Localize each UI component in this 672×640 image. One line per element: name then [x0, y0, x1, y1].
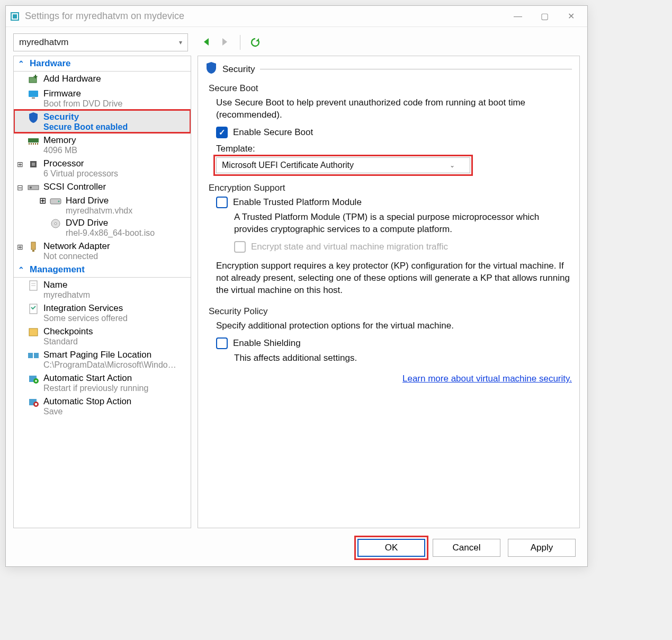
svg-rect-7 — [28, 138, 39, 143]
encrypt-state-label: Encrypt state and virtual machine migrat… — [251, 242, 448, 252]
svg-rect-8 — [29, 143, 30, 145]
chevron-down-icon: ⌄ — [450, 162, 455, 169]
shielding-note: This affects additional settings. — [234, 352, 572, 365]
enable-shielding-label: Enable Shielding — [233, 338, 301, 349]
svg-rect-1 — [13, 14, 17, 19]
template-combobox[interactable]: Microsoft UEFI Certificate Authority ⌄ — [216, 157, 470, 173]
svg-point-16 — [30, 186, 32, 189]
sidebar-item-dvd-drive[interactable]: DVD Drive rhel-9.4x86_64-boot.iso — [14, 217, 191, 239]
disc-icon — [50, 218, 61, 229]
section-label: Management — [30, 264, 85, 275]
group-secure-boot: Secure Boot Use Secure Boot to help prev… — [209, 83, 572, 173]
svg-rect-6 — [32, 97, 35, 99]
divider — [260, 69, 572, 69]
tpm-desc: A Trusted Platform Module (TPM) is a spe… — [234, 211, 572, 236]
group-policy: Security Policy Specify additional prote… — [209, 306, 572, 365]
maximize-button[interactable]: ▢ — [539, 11, 550, 22]
sidebar-item-paging[interactable]: Smart Paging File Location C:\ProgramDat… — [14, 348, 191, 371]
separator — [240, 35, 240, 50]
panel-title-row: Security — [205, 61, 572, 77]
svg-rect-21 — [31, 242, 35, 250]
group-title: Secure Boot — [209, 83, 572, 94]
nav-buttons — [202, 35, 261, 50]
network-icon — [28, 241, 39, 253]
svg-rect-12 — [37, 143, 38, 145]
sidebar-item-name[interactable]: Name myredhatvm — [14, 278, 191, 301]
sidebar-item-checkpoints[interactable]: Checkpoints Standard — [14, 324, 191, 348]
svg-rect-22 — [32, 250, 34, 252]
group-title: Security Policy — [209, 306, 572, 317]
group-encryption: Encryption Support Enable Trusted Platfo… — [209, 183, 572, 297]
sidebar-item-add-hardware[interactable]: Add Hardware — [14, 72, 191, 86]
svg-rect-28 — [28, 353, 33, 358]
policy-desc: Specify additional protection options fo… — [216, 320, 572, 332]
sidebar-item-hard-drive[interactable]: ⊞ Hard Drive myredhatvm.vhdx — [14, 194, 191, 217]
svg-point-18 — [58, 201, 60, 202]
ok-button[interactable]: OK — [357, 539, 425, 557]
sidebar-item-memory[interactable]: Memory 4096 MB — [14, 133, 191, 156]
enable-tpm-label: Enable Trusted Platform Module — [233, 197, 362, 208]
apply-button[interactable]: Apply — [508, 539, 576, 557]
paging-icon — [28, 350, 39, 361]
titlebar: Settings for myredhatvm on mydevice — ▢ … — [6, 6, 587, 27]
learn-more-link[interactable]: Learn more about virtual machine securit… — [205, 374, 572, 384]
app-icon — [10, 11, 21, 22]
expand-icon[interactable]: ⊞ — [17, 160, 23, 168]
detail-panel: Security Secure Boot Use Secure Boot to … — [198, 56, 580, 528]
toolbar: myredhatvm ▾ — [13, 33, 580, 51]
enable-tpm-row[interactable]: Enable Trusted Platform Module — [216, 197, 572, 208]
svg-rect-11 — [35, 143, 36, 145]
svg-rect-5 — [29, 91, 38, 97]
monitor-icon — [28, 88, 39, 100]
enable-shielding-checkbox[interactable] — [216, 337, 228, 349]
shield-icon — [205, 61, 217, 77]
cancel-button[interactable]: Cancel — [433, 539, 500, 557]
group-title: Encryption Support — [209, 183, 572, 193]
minimize-button[interactable]: — — [512, 11, 524, 22]
secure-boot-desc: Use Secure Boot to help prevent unauthor… — [216, 97, 572, 121]
vm-selector[interactable]: myredhatvm ▾ — [13, 33, 188, 51]
close-button[interactable]: ✕ — [565, 11, 577, 22]
refresh-button[interactable] — [250, 37, 261, 48]
sidebar-item-scsi[interactable]: ⊟ SCSI Controller — [14, 180, 191, 194]
sidebar-item-autostart[interactable]: Automatic Start Action Restart if previo… — [14, 371, 191, 394]
section-label: Hardware — [30, 58, 70, 69]
sidebar-item-integration[interactable]: Integration Services Some services offer… — [14, 301, 191, 324]
enable-secure-boot-checkbox[interactable] — [216, 127, 228, 138]
svg-rect-34 — [35, 403, 37, 405]
settings-window: Settings for myredhatvm on mydevice — ▢ … — [5, 5, 588, 567]
template-value: Microsoft UEFI Certificate Authority — [222, 161, 354, 170]
cpu-icon — [28, 158, 39, 170]
enable-shielding-row[interactable]: Enable Shielding — [216, 337, 572, 349]
collapse-icon: ⌃ — [18, 59, 25, 68]
expand-icon[interactable]: ⊞ — [39, 195, 46, 206]
svg-rect-27 — [29, 328, 38, 336]
section-management[interactable]: ⌃ Management — [14, 262, 191, 278]
nav-back-button[interactable] — [202, 37, 212, 48]
collapse-icon[interactable]: ⊟ — [17, 183, 23, 192]
sidebar-item-autostop[interactable]: Automatic Stop Action Save — [14, 394, 191, 417]
checkpoint-icon — [28, 326, 39, 338]
sidebar-item-network[interactable]: ⊞ Network Adapter Not connected — [14, 239, 191, 262]
sidebar-item-processor[interactable]: ⊞ Processor 6 Virtual processors — [14, 156, 191, 180]
expand-icon[interactable]: ⊞ — [17, 243, 23, 251]
enable-tpm-checkbox[interactable] — [216, 197, 228, 208]
encrypt-state-checkbox — [234, 241, 246, 253]
main-row: ⌃ Hardware Add Hardware Fir — [13, 56, 580, 528]
memory-icon — [28, 135, 39, 147]
svg-rect-4 — [34, 76, 38, 77]
hdd-icon — [50, 195, 61, 207]
template-label: Template: — [216, 144, 572, 154]
encrypt-state-row: Encrypt state and virtual machine migrat… — [234, 241, 572, 253]
sidebar-item-security[interactable]: Security Secure Boot enabled — [14, 110, 191, 133]
shield-icon — [28, 112, 39, 123]
nav-forward-button[interactable] — [220, 37, 230, 48]
enable-secure-boot-row[interactable]: Enable Secure Boot — [216, 127, 572, 138]
encryption-note: Encryption support requires a key protec… — [216, 260, 572, 297]
name-icon — [28, 280, 39, 291]
sidebar[interactable]: ⌃ Hardware Add Hardware Fir — [13, 56, 191, 528]
sidebar-item-firmware[interactable]: Firmware Boot from DVD Drive — [14, 86, 191, 110]
add-hardware-icon — [28, 74, 39, 85]
section-hardware[interactable]: ⌃ Hardware — [14, 56, 191, 72]
collapse-icon: ⌃ — [18, 265, 25, 274]
